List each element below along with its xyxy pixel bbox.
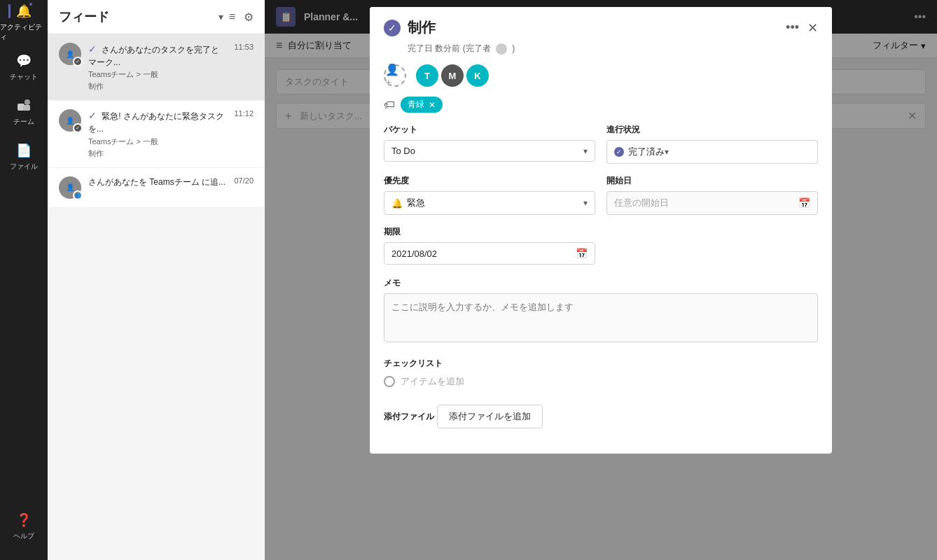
modal-check-icon: ✓ — [388, 22, 396, 34]
svg-point-1 — [25, 99, 30, 105]
feed-header: フィード ▾ ≡ ⚙ — [48, 0, 265, 34]
feed-title-chevron[interactable]: ▾ — [218, 11, 223, 22]
modal-header-actions: ••• ✕ — [786, 20, 818, 36]
start-date-input[interactable]: 任意の開始日 📅 — [606, 191, 818, 215]
feed-text-2: ✓ 緊急! さんがあなたに緊急タスクを... — [88, 109, 227, 134]
checklist-circle — [384, 376, 395, 387]
feed-settings-icon[interactable]: ⚙ — [244, 10, 254, 24]
assignee-avatar-3[interactable]: K — [465, 63, 490, 88]
priority-label: 優先度 — [384, 175, 595, 187]
nav-label-teams: チーム — [13, 117, 34, 127]
checklist-section: チェックリスト アイテムを追加 — [384, 356, 818, 388]
sidebar-item-help[interactable]: ❓ ヘルプ — [0, 504, 48, 549]
feed-item-1[interactable]: 👤 ✓ ✓ さんがあなたのタスクを完了とマーク... Teamsチーム > 一般… — [48, 34, 265, 101]
tag-badge-1: 青緑 ✕ — [401, 97, 443, 113]
start-date-calendar-icon: 📅 — [798, 197, 810, 209]
status-check-icon: ✓ — [616, 148, 622, 155]
add-attachment-button[interactable]: 添付ファイルを追加 — [437, 405, 543, 428]
attachment-label: 添付ファイル — [384, 412, 434, 421]
avatar-badge-3: 👥 — [73, 190, 83, 200]
status-dot: ✓ — [614, 147, 624, 157]
avatar-3: 👤 👥 — [59, 176, 81, 199]
due-date-field: 期限 2021/08/02 📅 — [384, 226, 818, 265]
sidebar-item-activity[interactable]: 🔔 アクティビティ — [0, 0, 48, 45]
modal-more-options[interactable]: ••• — [786, 20, 799, 35]
feed-content-3: さんがあなたを Teamsチーム に追... — [88, 176, 227, 199]
nav-label-chat: チャット — [10, 72, 38, 82]
tag-remove-button-1[interactable]: ✕ — [429, 100, 436, 110]
start-date-label: 開始日 — [606, 175, 818, 187]
help-icon: ❓ — [15, 512, 32, 528]
feed-content-1: ✓ さんがあなたのタスクを完了とマーク... Teamsチーム > 一般 制作 — [88, 43, 227, 92]
checklist-label: チェックリスト — [384, 358, 443, 368]
modal-body: 👤+ T M K 🏷 青緑 ✕ バケット — [370, 63, 832, 454]
start-date-placeholder: 任意の開始日 — [614, 197, 798, 209]
feed-item-2[interactable]: 👤 ✓ ✓ 緊急! さんがあなたに緊急タスクを... Teamsチーム > 一般… — [48, 101, 265, 167]
feed-item-3[interactable]: 👤 👥 さんがあなたを Teamsチーム に追... 07/20 — [48, 168, 265, 208]
tag-label-1: 青緑 — [408, 99, 424, 111]
teams-icon — [15, 97, 32, 114]
avatar-1: 👤 ✓ — [59, 43, 81, 65]
feed-text-3: さんがあなたを Teamsチーム に追... — [88, 176, 227, 188]
feed-title: フィード — [59, 8, 218, 25]
fields-grid-1: バケット To Do ▾ 進行状況 ✓ — [384, 124, 818, 164]
feed-time-1: 11:53 — [234, 43, 254, 92]
feed-header-icons: ≡ ⚙ — [229, 10, 254, 24]
nav-label-files: ファイル — [10, 162, 38, 172]
status-select[interactable]: ✓ 完了済み ▾ — [606, 140, 818, 164]
status-arrow: ▾ — [665, 147, 669, 157]
avatar-badge-1: ✓ — [73, 57, 83, 66]
feed-content-2: ✓ 緊急! さんがあなたに緊急タスクを... Teamsチーム > 一般 制作 — [88, 109, 227, 158]
checklist-add-item[interactable]: アイテムを追加 — [384, 375, 818, 388]
due-date-value: 2021/08/02 — [391, 248, 576, 259]
add-person-icon: 👤+ — [385, 63, 405, 89]
feed-text-1: ✓ さんがあなたのタスクを完了とマーク... — [88, 43, 227, 68]
assignee-avatar-1[interactable]: T — [415, 63, 440, 88]
svg-rect-2 — [23, 105, 30, 111]
priority-arrow: ▾ — [583, 198, 588, 208]
priority-value: 緊急 — [407, 197, 583, 209]
priority-field: 優先度 🔔 緊急 ▾ — [384, 175, 595, 215]
avatar-2: 👤 ✓ — [59, 109, 81, 132]
feed-sub2-2: 制作 — [88, 148, 227, 159]
memo-input[interactable] — [384, 293, 818, 342]
due-date-label: 期限 — [384, 226, 818, 238]
feed-time-2: 11:12 — [234, 109, 254, 158]
modal-check-circle: ✓ — [384, 20, 401, 36]
bucket-select[interactable]: To Do ▾ — [384, 140, 595, 162]
sidebar-item-teams[interactable]: チーム — [0, 90, 48, 134]
priority-select[interactable]: 🔔 緊急 ▾ — [384, 191, 595, 215]
sidebar-item-chat[interactable]: 💬 チャット — [0, 45, 48, 90]
avatar-badge-2: ✓ — [73, 123, 83, 133]
nav-label-help: ヘルプ — [13, 531, 34, 541]
notification-dot — [28, 1, 34, 7]
memo-section: メモ — [384, 276, 818, 345]
tag-icon: 🏷 — [384, 99, 395, 111]
task-detail-modal: ✓ 制作 ••• ✕ 完了日 数分前 (完了者 ) 👤+ — [370, 7, 832, 454]
due-date-input[interactable]: 2021/08/02 📅 — [384, 242, 595, 265]
modal-close-button[interactable]: ✕ — [807, 20, 818, 36]
assignee-avatar-2[interactable]: M — [440, 63, 465, 88]
modal-overlay: ✓ 制作 ••• ✕ 完了日 数分前 (完了者 ) 👤+ — [265, 0, 937, 560]
status-completed: ✓ 完了済み — [614, 146, 665, 158]
due-date-section: 期限 2021/08/02 📅 — [384, 226, 818, 265]
files-icon: 📄 — [15, 142, 32, 159]
completer-avatar — [496, 43, 507, 55]
bucket-arrow: ▾ — [583, 146, 588, 156]
feed-sub2-1: 制作 — [88, 81, 227, 92]
feed-sub-1: Teamsチーム > 一般 — [88, 69, 227, 80]
status-field: 進行状況 ✓ 完了済み ▾ — [606, 124, 818, 164]
feed-time-3: 07/20 — [234, 176, 254, 199]
chat-icon: 💬 — [15, 52, 32, 69]
checklist-add-text[interactable]: アイテムを追加 — [401, 375, 464, 388]
nav-label-activity: アクティビティ — [0, 22, 48, 42]
bucket-label: バケット — [384, 124, 595, 136]
add-assignee-button[interactable]: 👤+ — [384, 64, 406, 87]
feed-filter-icon[interactable]: ≡ — [229, 10, 235, 24]
main-area: 📋 Planner &... ••• ≡ 自分に割り当て フィルター ▾ タスク… — [265, 0, 937, 560]
memo-label: メモ — [384, 278, 401, 288]
check-icon-1: ✓ — [88, 43, 97, 55]
status-label: 進行状況 — [606, 124, 818, 136]
left-navigation: 🔔 アクティビティ 💬 チャット チーム 📄 ファイル ❓ ヘルプ — [0, 0, 48, 560]
sidebar-item-files[interactable]: 📄 ファイル — [0, 134, 48, 179]
